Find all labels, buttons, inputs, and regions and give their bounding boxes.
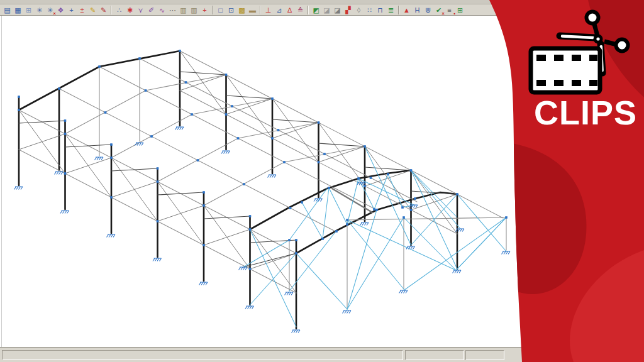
application-window: ▤▦⊞✳✳×❖+±✎✎∴✱⋎✐∿⋯▥▥+□⊡▩▬⊥⊿∆≙◩◪◪▞◊∷⊓≣▲H⋓✔…	[0, 0, 644, 362]
film-strip-icon	[531, 48, 600, 92]
clips-wordmark: CLIPS	[528, 96, 643, 129]
clips-banner	[0, 0, 644, 362]
